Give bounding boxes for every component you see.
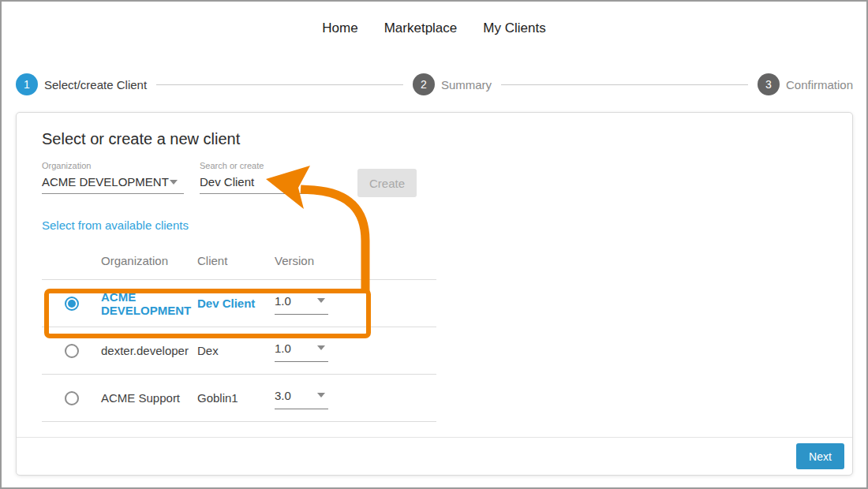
step-2-label: Summary	[441, 78, 492, 91]
select-available-clients-link[interactable]: Select from available clients	[42, 218, 189, 232]
chevron-down-icon	[317, 298, 325, 303]
version-select[interactable]: 1.0	[275, 340, 328, 362]
client-row-dexter-developer[interactable]: dexter.developer Dex 1.0	[42, 327, 436, 375]
chevron-down-icon	[170, 180, 178, 185]
client-form-row: Organization ACME DEVELOPMENT Search or …	[42, 161, 852, 197]
search-or-create-input[interactable]	[200, 173, 342, 194]
row-client: Goblin1	[197, 391, 275, 405]
version-column-header: Version	[275, 254, 436, 267]
step-3-label: Confirmation	[786, 78, 853, 91]
step-summary: 2 Summary	[413, 73, 492, 95]
organization-select-value: ACME DEVELOPMENT	[42, 175, 169, 189]
organization-column-header: Organization	[101, 254, 197, 267]
panel-footer: Next	[17, 437, 852, 475]
client-row-acme-support[interactable]: ACME Support Goblin1 3.0	[42, 375, 436, 422]
client-radio[interactable]	[65, 391, 79, 405]
nav-item-marketplace[interactable]: Marketplace	[384, 21, 458, 35]
row-organization: dexter.developer	[101, 344, 197, 357]
client-selection-panel: Select or create a new client Organizati…	[16, 112, 853, 476]
organization-label: Organization	[42, 161, 184, 173]
next-button[interactable]: Next	[796, 443, 844, 469]
chevron-down-icon	[317, 393, 325, 398]
stepper-line	[156, 84, 403, 85]
nav-item-home[interactable]: Home	[322, 21, 357, 35]
table-header-row: Organization Client Version	[42, 242, 436, 280]
organization-field: Organization ACME DEVELOPMENT	[42, 161, 184, 194]
version-value: 3.0	[275, 389, 291, 402]
nav-item-my-clients[interactable]: My Clients	[483, 21, 545, 35]
client-radio[interactable]	[65, 344, 79, 358]
client-row-acme-development[interactable]: ACME DEVELOPMENT Dev Client 1.0	[42, 280, 436, 327]
step-select-create-client: 1 Select/create Client	[16, 73, 147, 95]
row-client: Dex	[197, 344, 275, 357]
row-organization: ACME Support	[101, 391, 197, 405]
step-2-circle: 2	[413, 73, 435, 95]
chevron-down-icon	[317, 345, 325, 350]
row-organization: ACME DEVELOPMENT	[101, 290, 197, 317]
step-1-label: Select/create Client	[44, 78, 147, 91]
client-column-header: Client	[197, 254, 275, 267]
version-select[interactable]: 1.0	[275, 293, 328, 315]
clients-table: Organization Client Version ACME DEVELOP…	[42, 242, 436, 422]
version-select[interactable]: 3.0	[275, 387, 328, 409]
organization-select[interactable]: ACME DEVELOPMENT	[42, 173, 184, 194]
step-1-circle: 1	[16, 73, 38, 95]
create-button[interactable]: Create	[357, 169, 417, 197]
step-confirmation: 3 Confirmation	[758, 73, 853, 95]
client-radio[interactable]	[65, 297, 79, 311]
row-client: Dev Client	[197, 297, 275, 310]
panel-title: Select or create a new client	[42, 130, 852, 148]
version-value: 1.0	[275, 342, 291, 355]
top-nav: Home Marketplace My Clients	[2, 2, 866, 36]
page: { "nav": { "items": [ { "label": "Home" …	[0, 0, 868, 489]
wizard-stepper: 1 Select/create Client 2 Summary 3 Confi…	[16, 73, 853, 95]
search-or-create-field: Search or create	[200, 161, 342, 194]
step-3-circle: 3	[758, 73, 780, 95]
stepper-line	[501, 84, 748, 85]
search-or-create-label: Search or create	[200, 161, 342, 173]
version-value: 1.0	[275, 294, 291, 308]
